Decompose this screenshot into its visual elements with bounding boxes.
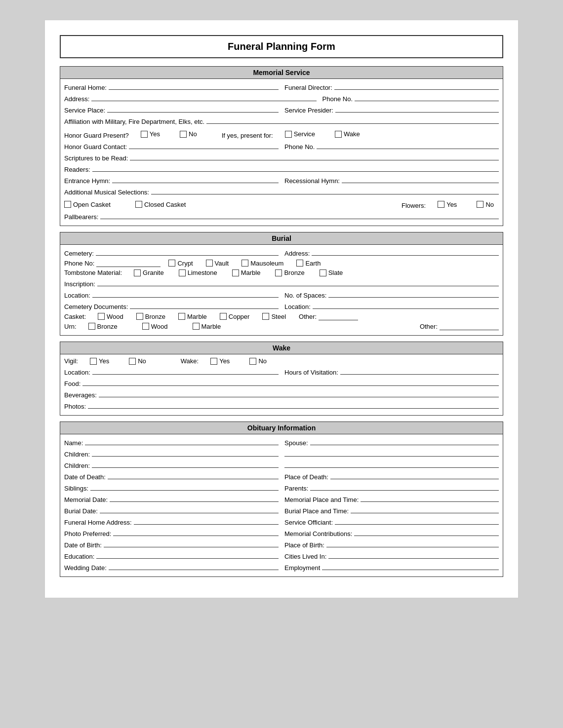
slate-checkbox[interactable]: Slate <box>320 269 345 276</box>
urn-bronze-box[interactable] <box>88 323 95 330</box>
photo-preferred-input[interactable] <box>113 528 279 536</box>
wake-checkbox[interactable]: Wake <box>335 130 362 138</box>
siblings-input[interactable] <box>90 483 279 491</box>
additional-musical-input[interactable] <box>151 187 499 194</box>
vigil-no-checkbox[interactable]: No <box>129 357 148 365</box>
earth-box[interactable] <box>296 260 303 267</box>
recessional-hymn-input[interactable] <box>342 175 499 183</box>
marble-checkbox[interactable]: Marble <box>232 269 263 276</box>
wake-no-checkbox[interactable]: No <box>249 357 269 365</box>
funeral-home-input[interactable] <box>109 82 279 90</box>
vigil-no-box[interactable] <box>129 358 136 365</box>
honor-guard-yes-checkbox[interactable]: Yes <box>141 130 162 138</box>
honor-guard-yes-box[interactable] <box>141 131 148 138</box>
service-presider-input[interactable] <box>335 105 499 113</box>
place-of-birth-input[interactable] <box>326 539 499 547</box>
name-input[interactable] <box>85 437 279 445</box>
affiliation-input[interactable] <box>206 116 499 124</box>
honor-guard-phone-input[interactable] <box>317 141 499 149</box>
vigil-yes-box[interactable] <box>90 358 97 365</box>
burial-phone-input[interactable] <box>96 259 161 267</box>
granite-box[interactable] <box>134 269 141 276</box>
flowers-no-box[interactable] <box>477 201 483 208</box>
date-of-birth-input[interactable] <box>104 539 279 547</box>
mausoleum-checkbox[interactable]: Mausoleum <box>241 260 285 267</box>
food-input[interactable] <box>82 378 499 386</box>
memorial-date-input[interactable] <box>110 494 279 502</box>
bronze-box[interactable] <box>275 269 282 276</box>
casket-copper-checkbox[interactable]: Copper <box>220 313 252 320</box>
memorial-contributions-input[interactable] <box>354 528 499 536</box>
vigil-yes-checkbox[interactable]: Yes <box>90 357 111 365</box>
parents-input[interactable] <box>310 483 499 491</box>
urn-marble-box[interactable] <box>193 323 200 330</box>
mausoleum-box[interactable] <box>241 260 248 267</box>
honor-guard-contact-input[interactable] <box>129 141 279 149</box>
service-officiant-input[interactable] <box>335 517 499 525</box>
crypt-box[interactable] <box>168 260 175 267</box>
wake-no-box[interactable] <box>249 358 256 365</box>
earth-checkbox[interactable]: Earth <box>296 260 322 267</box>
wedding-date-input[interactable] <box>109 562 279 570</box>
burial-date-input[interactable] <box>100 505 279 513</box>
casket-marble-box[interactable] <box>178 313 185 320</box>
children2-input[interactable] <box>92 460 279 468</box>
flowers-yes-checkbox[interactable]: Yes <box>438 201 459 208</box>
vault-box[interactable] <box>206 260 213 267</box>
casket-wood-box[interactable] <box>98 313 105 320</box>
cemetery-input[interactable] <box>96 248 279 256</box>
casket-bronze-checkbox[interactable]: Bronze <box>136 313 167 320</box>
honor-guard-no-box[interactable] <box>180 131 187 138</box>
pallbearers-input[interactable] <box>100 211 499 219</box>
urn-marble-checkbox[interactable]: Marble <box>193 323 223 330</box>
open-casket-checkbox[interactable]: Open Casket <box>64 201 113 208</box>
burial-place-input[interactable] <box>351 505 499 513</box>
casket-steel-checkbox[interactable]: Steel <box>262 313 288 320</box>
children2-right-input[interactable] <box>284 460 499 468</box>
employment-input[interactable] <box>322 562 499 570</box>
service-box[interactable] <box>285 131 292 138</box>
cities-input[interactable] <box>328 551 499 559</box>
bronze-checkbox[interactable]: Bronze <box>275 269 306 276</box>
cemetery-docs-input[interactable] <box>130 301 279 309</box>
limestone-box[interactable] <box>179 269 186 276</box>
funeral-home-addr-input[interactable] <box>134 517 279 525</box>
date-of-death-input[interactable] <box>108 471 279 479</box>
marble-box[interactable] <box>232 269 239 276</box>
docs-location-input[interactable] <box>313 301 499 309</box>
service-checkbox[interactable]: Service <box>285 130 317 138</box>
inscription-input[interactable] <box>97 278 499 286</box>
urn-bronze-checkbox[interactable]: Bronze <box>88 323 120 330</box>
burial-address-input[interactable] <box>312 248 499 256</box>
urn-other-input[interactable] <box>440 322 499 330</box>
flowers-yes-box[interactable] <box>438 201 444 208</box>
urn-wood-checkbox[interactable]: Wood <box>142 323 170 330</box>
crypt-checkbox[interactable]: Crypt <box>168 260 195 267</box>
address-input[interactable] <box>91 93 316 101</box>
honor-guard-no-checkbox[interactable]: No <box>180 130 199 138</box>
open-casket-box[interactable] <box>64 201 71 208</box>
service-place-input[interactable] <box>107 105 279 113</box>
phone-input[interactable] <box>355 93 499 101</box>
place-of-death-input[interactable] <box>330 471 499 479</box>
funeral-director-input[interactable] <box>334 82 499 90</box>
casket-other-input[interactable] <box>319 312 358 320</box>
casket-marble-checkbox[interactable]: Marble <box>178 313 209 320</box>
closed-casket-box[interactable] <box>135 201 142 208</box>
limestone-checkbox[interactable]: Limestone <box>179 269 219 276</box>
spaces-input[interactable] <box>328 290 499 298</box>
slate-box[interactable] <box>320 269 326 276</box>
children1-input[interactable] <box>92 449 279 457</box>
entrance-hymn-input[interactable] <box>112 175 279 183</box>
hours-input[interactable] <box>340 367 499 375</box>
beverages-input[interactable] <box>99 389 499 397</box>
location-input[interactable] <box>92 290 279 298</box>
casket-wood-checkbox[interactable]: Wood <box>98 313 125 320</box>
vault-checkbox[interactable]: Vault <box>206 260 231 267</box>
memorial-place-input[interactable] <box>361 494 499 502</box>
wake-yes-checkbox[interactable]: Yes <box>210 357 232 365</box>
photos-input[interactable] <box>88 401 499 409</box>
wake-box[interactable] <box>335 131 342 138</box>
wake-location-input[interactable] <box>92 367 279 375</box>
casket-bronze-box[interactable] <box>136 313 143 320</box>
